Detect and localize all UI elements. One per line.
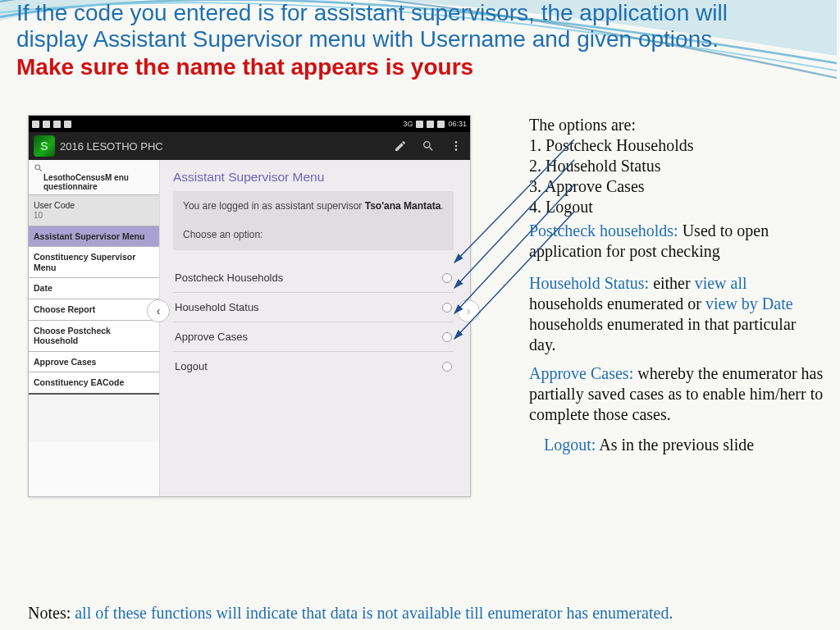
logout-label: Logout:: [544, 436, 596, 454]
postcheck-label: Postcheck households:: [529, 221, 678, 240]
tree-item[interactable]: Approve Cases: [29, 351, 159, 372]
tree-item[interactable]: Choose Report: [29, 299, 159, 320]
hh-view-date: view by Date: [705, 294, 793, 313]
menu-option-row[interactable]: Household Status: [173, 293, 454, 322]
status-icon: [64, 121, 71, 128]
tree-item[interactable]: Constituency EACode: [29, 372, 159, 393]
tree-item[interactable]: Assistant Supervisor Menu: [29, 226, 159, 247]
heading-warning: Make sure the name that appears is yours: [16, 54, 824, 80]
menu-option-row[interactable]: Approve Cases: [173, 322, 454, 352]
hh-text-c: households enumerated in that particular…: [529, 315, 796, 354]
hh-text-b: households enumerated or: [529, 294, 705, 313]
option-1-text: 1. Postcheck Households: [529, 135, 824, 156]
overflow-icon[interactable]: [442, 132, 470, 160]
info-suffix: .: [441, 200, 443, 212]
compose-icon[interactable]: [386, 132, 414, 160]
radio-icon[interactable]: [442, 303, 452, 313]
nav-next-button[interactable]: ›: [457, 299, 480, 322]
android-statusbar: 3G 06:31: [29, 116, 470, 132]
phone-screenshot: 3G 06:31 S 2016 LESOTHO PHC: [28, 115, 471, 497]
logout-desc: As in the previous slide: [596, 436, 754, 454]
svg-point-0: [455, 141, 458, 144]
nav-prev-button[interactable]: ‹: [147, 299, 170, 322]
approve-cases-label: Approve Cases:: [529, 364, 633, 382]
hh-view-all: view all: [695, 274, 747, 292]
tree-item[interactable]: Date: [29, 277, 159, 299]
choose-label: Choose an option:: [183, 229, 262, 240]
heading-line-2: display Assistant Supervisor menu with U…: [16, 26, 824, 52]
menu-option-row[interactable]: Logout: [173, 352, 454, 381]
battery-icon: [437, 121, 445, 128]
tree-item[interactable]: User Code10: [29, 194, 159, 226]
tree-end-spacer: [29, 393, 159, 442]
hh-text-a: either: [649, 274, 695, 292]
heading-line-1: If the code you entered is for assistant…: [16, 0, 824, 26]
options-intro: The options are:: [529, 115, 824, 135]
radio-icon[interactable]: [442, 273, 452, 283]
side-nav-tree: LesothoCensusM enu questionnaire User Co…: [29, 160, 160, 496]
signal-icon: [416, 121, 423, 128]
app-bar: S 2016 LESOTHO PHC: [29, 132, 470, 160]
option-4-text: 4. Logout: [529, 197, 824, 217]
svg-point-1: [455, 145, 458, 148]
household-status-label: Household Status:: [529, 274, 649, 292]
status-icon: [43, 121, 50, 128]
tree-item[interactable]: Choose Postcheck Household: [29, 320, 159, 351]
info-username: Tso'ana Mantata: [365, 200, 441, 212]
menu-option-label: Approve Cases: [175, 331, 248, 343]
search-icon[interactable]: [414, 132, 442, 160]
info-prefix: You are logged in as assistant superviso…: [183, 200, 365, 212]
tree-item-sub: 10: [34, 211, 154, 221]
radio-icon[interactable]: [442, 362, 452, 372]
app-logo: S: [34, 135, 55, 157]
main-pane: ‹ › Assistant Supervisor Menu You are lo…: [160, 160, 470, 496]
questionnaire-label: LesothoCensusM enu questionnaire: [29, 173, 159, 194]
menu-option-label: Logout: [175, 360, 208, 372]
menu-option-label: Postcheck Households: [175, 272, 283, 284]
signal-icon: [427, 121, 434, 128]
menu-title: Assistant Supervisor Menu: [173, 170, 454, 185]
clock-label: 06:31: [448, 120, 467, 128]
option-3-text: 3. Approve Cases: [529, 176, 824, 197]
svg-point-2: [455, 148, 458, 151]
menu-option-row[interactable]: Postcheck Households: [173, 263, 454, 293]
network-label: 3G: [403, 120, 413, 128]
status-icon: [53, 121, 61, 128]
option-2-text: 2. Household Status: [529, 156, 824, 176]
app-title: 2016 LESOTHO PHC: [60, 140, 386, 153]
radio-icon[interactable]: [442, 332, 452, 342]
search-icon[interactable]: [34, 163, 43, 173]
tree-item[interactable]: Constituency Supervisor Menu: [29, 246, 159, 277]
status-icon: [32, 121, 39, 128]
notes-label: Notes:: [28, 604, 71, 622]
menu-option-label: Household Status: [175, 301, 259, 313]
notes-text: all of these functions will indicate tha…: [71, 604, 673, 622]
login-info-box: You are logged in as assistant superviso…: [173, 191, 454, 250]
